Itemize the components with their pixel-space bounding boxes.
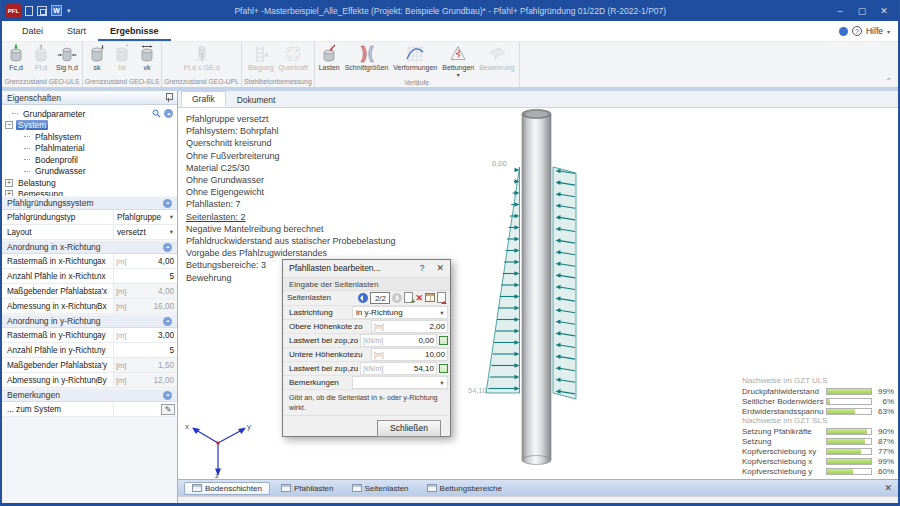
formula-icon[interactable]	[439, 364, 448, 373]
bettungen-dropdown-icon[interactable]: ▾	[457, 72, 460, 79]
button-verformungen[interactable]: Verformungen	[391, 43, 439, 72]
tab-bettungsbereiche[interactable]: Bettungsbereiche	[420, 483, 509, 494]
button-label: Lasten	[319, 64, 340, 72]
help-button[interactable]: Hilfe	[866, 26, 883, 36]
ax-field[interactable]: [m]4,00	[113, 254, 177, 268]
tree-item-bodenprofil[interactable]: Bodenprofil	[2, 154, 177, 166]
property-row: Maßgebender Pfahlabstand a'x [m]4,00	[2, 284, 177, 299]
collapse-icon[interactable]	[163, 317, 172, 326]
right-load-field	[553, 167, 576, 399]
zu-field[interactable]: [m]10,00	[371, 348, 448, 361]
tab-datei[interactable]: Datei	[10, 21, 55, 41]
tree-item-grundparameter[interactable]: Grundparameter	[2, 108, 177, 120]
tree-item-pfahlmaterial[interactable]: Pfahlmaterial	[2, 143, 177, 155]
section-header-anordnung-y[interactable]: Anordnung in y-Richtung	[2, 314, 177, 328]
ribbon-collapse-icon[interactable]: ⌃	[885, 77, 892, 86]
edit-note-icon[interactable]: ✎	[161, 404, 175, 415]
question-icon[interactable]: ?	[852, 26, 862, 36]
next-record-icon[interactable]	[392, 293, 402, 303]
ay-strich-field: [m]1,50	[113, 358, 177, 372]
check-row: Setzung Pfahlkräfte 90%	[742, 426, 894, 436]
checks-group-header: Nachweise im GZT SLS	[742, 416, 894, 426]
pin-icon[interactable]	[165, 93, 172, 102]
svg-text:*: *	[126, 44, 129, 50]
record-navigator: Seitenlasten 2/2	[283, 291, 450, 306]
button-sig-hd[interactable]: Sig h,d	[54, 43, 80, 72]
close-button[interactable]: ✕	[874, 2, 894, 20]
pfahlgruendungstyp-dropdown[interactable]: Pfahlgruppe	[113, 210, 177, 224]
dialog-footer: Schließen	[283, 415, 450, 436]
tree-item-belastung[interactable]: + Belastung	[2, 177, 177, 189]
ay-field[interactable]: [m]3,00	[113, 328, 177, 342]
pile-compression-icon	[6, 44, 26, 64]
maximize-button[interactable]: ▢	[852, 2, 872, 20]
add-record-icon[interactable]	[404, 292, 413, 303]
reinforcement-icon	[487, 44, 507, 64]
button-label: Verformungen	[393, 64, 437, 72]
tree-item-bemessung[interactable]: + Bemessung	[2, 189, 177, 197]
layout-dropdown[interactable]: versetzt	[113, 225, 177, 239]
menubar: Datei Start Ergebnisse ? Hilfe ▾	[2, 21, 898, 42]
pzo-field[interactable]: [kN/m]0,00	[360, 334, 437, 347]
search-icon[interactable]	[152, 109, 161, 118]
save-icon[interactable]	[37, 6, 47, 16]
property-row: Pfahlgründungstyp Pfahlgruppe	[2, 210, 177, 225]
tab-pfahllasten[interactable]: Pfahllasten	[274, 483, 341, 494]
button-label: Ft,d ≤ GE,d	[184, 64, 220, 72]
formula-icon[interactable]	[439, 336, 448, 345]
button-lasten[interactable]: Lasten	[317, 43, 342, 72]
zo-field[interactable]: [m]2,00	[371, 320, 448, 333]
tab-dokument[interactable]: Dokument	[227, 93, 286, 107]
minimize-button[interactable]: –	[830, 2, 850, 20]
new-document-icon[interactable]	[25, 6, 33, 16]
schliessen-button[interactable]: Schließen	[377, 420, 441, 437]
button-bettungen[interactable]: Bettungen ▾	[440, 43, 476, 78]
pzu-field[interactable]: [kN/m]54,10	[360, 362, 437, 375]
bemerkungen-dialog-field[interactable]	[352, 376, 448, 389]
tree-branch	[24, 136, 30, 137]
tab-bodenschichten[interactable]: Bodenschichten	[184, 482, 270, 495]
collapse-expander-icon[interactable]: −	[5, 121, 13, 129]
button-fcd[interactable]: Fc,d	[4, 43, 28, 72]
shear-icon	[283, 44, 303, 64]
pile-tension-icon	[31, 44, 51, 64]
tree-item-grundwasser[interactable]: Grundwasser	[2, 166, 177, 178]
collapse-icon[interactable]	[163, 199, 172, 208]
bemerkungen-field[interactable]: ✎	[113, 402, 177, 416]
table-icon	[281, 484, 291, 492]
info-icon[interactable]	[839, 27, 848, 36]
lastrichtung-dropdown[interactable]: in y-Richtung	[352, 306, 448, 319]
table-view-icon[interactable]	[425, 293, 435, 302]
dialog-titlebar[interactable]: Pfahllasten bearbeiten... ? ✕	[283, 260, 450, 277]
report-icon[interactable]	[437, 292, 446, 303]
section-header-bemerkungen[interactable]: Bemerkungen	[2, 388, 177, 402]
word-export-icon[interactable]: W	[51, 5, 62, 16]
scroll-up-icon[interactable]	[164, 109, 173, 118]
button-label: Bewehrung	[479, 64, 514, 72]
tab-ergebnisse[interactable]: Ergebnisse	[98, 21, 171, 41]
dialog-close-button[interactable]: ✕	[436, 263, 444, 273]
tab-grafik[interactable]: Grafik	[181, 91, 226, 107]
axis-y-label: y	[247, 422, 251, 431]
collapse-icon[interactable]	[163, 243, 172, 252]
section-header-anordnung-x[interactable]: Anordnung in x-Richtung	[2, 240, 177, 254]
button-sk[interactable]: sk	[85, 43, 109, 72]
tab-start[interactable]: Start	[55, 21, 98, 41]
tree-item-pfahlsystem[interactable]: Pfahlsystem	[2, 131, 177, 143]
delete-record-icon[interactable]	[415, 293, 423, 303]
tab-seitenlasten[interactable]: Seitenlasten	[345, 483, 416, 494]
help-caret-icon[interactable]: ▾	[887, 28, 890, 35]
ribbon-group-stahlbeton: A Biegung Querkraft Stahlbetonbemessung	[242, 42, 315, 87]
tree-item-system[interactable]: − System	[2, 120, 177, 132]
ny-field[interactable]: 5	[113, 343, 177, 357]
dialog-help-button[interactable]: ?	[419, 263, 424, 273]
button-schnittgroessen[interactable]: Schnittgrößen	[343, 43, 391, 72]
section-header-pfahlgruendungssystem[interactable]: Pfahlgründungssystem	[2, 196, 177, 210]
previous-record-icon[interactable]	[358, 293, 368, 303]
panel-close-icon[interactable]: ✕	[884, 483, 892, 493]
collapse-icon[interactable]	[163, 391, 172, 400]
button-vk[interactable]: vk	[135, 43, 159, 72]
app-logo-icon[interactable]: PFL	[6, 4, 21, 18]
expand-expander-icon[interactable]: +	[5, 179, 13, 187]
nx-field[interactable]: 5	[113, 269, 177, 283]
